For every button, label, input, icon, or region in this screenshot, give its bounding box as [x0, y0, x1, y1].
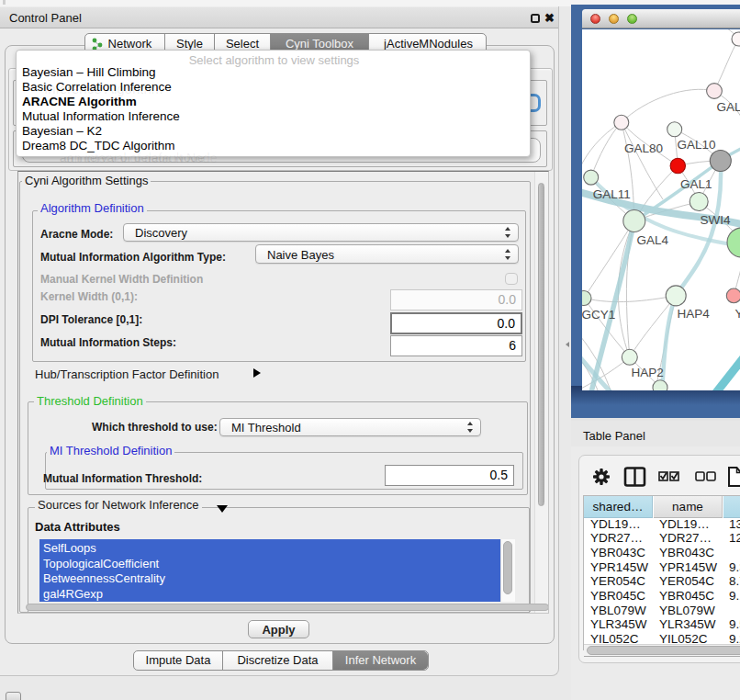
- svg-text:SWI4: SWI4: [700, 213, 730, 227]
- svg-text:HAP4: HAP4: [678, 307, 711, 321]
- svg-text:GAL11: GAL11: [593, 187, 631, 201]
- svg-text:GAL4: GAL4: [636, 233, 668, 247]
- svg-text:GAL1: GAL1: [680, 177, 712, 191]
- svg-text:Y: Y: [735, 307, 740, 321]
- svg-text:HAP2: HAP2: [632, 366, 664, 379]
- svg-text:GCY1: GCY1: [582, 308, 615, 322]
- svg-text:GAL7: GAL7: [717, 100, 740, 114]
- svg-text:GAL80: GAL80: [624, 141, 663, 155]
- svg-text:GAL10: GAL10: [678, 138, 716, 152]
